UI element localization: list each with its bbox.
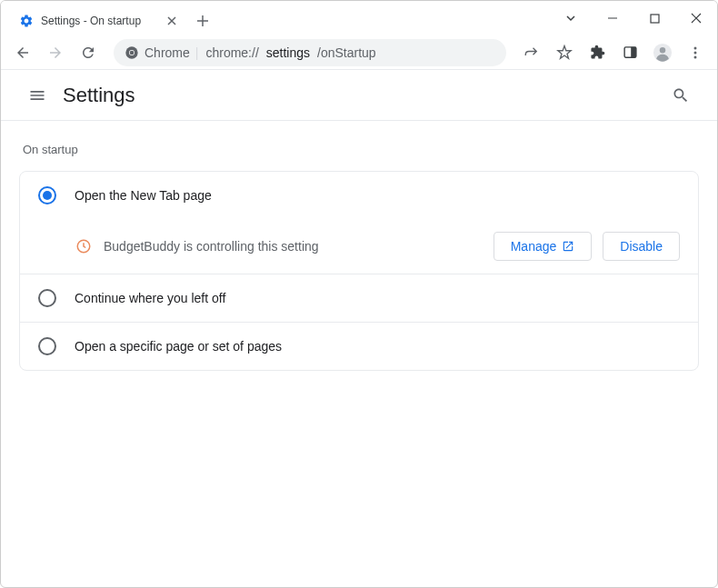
browser-toolbar: Chrome | chrome://settings/onStartup (1, 35, 717, 70)
maximize-button[interactable] (633, 1, 675, 35)
new-tab-button[interactable] (190, 6, 215, 35)
window-titlebar: Settings - On startup (1, 1, 717, 35)
section-title: On startup (23, 143, 699, 156)
profile-icon[interactable] (648, 38, 677, 67)
close-icon[interactable] (165, 14, 179, 28)
controlled-by-extension-row: BudgetBuddy is controlling this setting … (20, 219, 698, 274)
settings-content: On startup Open the New Tab page BudgetB… (1, 121, 717, 393)
option-label: Continue where you left off (75, 291, 225, 305)
reload-button[interactable] (74, 38, 103, 67)
extensions-icon[interactable] (583, 38, 612, 67)
url-host: chrome:// (205, 45, 258, 60)
radio-selected[interactable] (38, 186, 56, 204)
svg-point-9 (694, 51, 697, 54)
page-title: Settings (63, 84, 135, 107)
sidepanel-icon[interactable] (615, 38, 644, 67)
settings-header: Settings (1, 70, 717, 121)
option-label: Open the New Tab page (75, 188, 212, 203)
radio-unselected[interactable] (38, 289, 56, 307)
search-button[interactable] (663, 77, 699, 114)
manage-button[interactable]: Manage (494, 232, 593, 261)
menu-icon[interactable] (681, 38, 710, 67)
minimize-button[interactable] (592, 1, 633, 35)
back-button[interactable] (8, 38, 37, 67)
tab-title: Settings - On startup (41, 15, 157, 27)
hamburger-menu-button[interactable] (19, 77, 55, 114)
url-path1: settings (266, 45, 310, 60)
svg-point-10 (694, 55, 697, 58)
site-info[interactable]: Chrome | (125, 45, 198, 60)
close-window-button[interactable] (675, 1, 717, 35)
option-continue[interactable]: Continue where you left off (20, 274, 698, 323)
chevron-down-icon[interactable] (550, 1, 592, 35)
browser-tab[interactable]: Settings - On startup (8, 6, 190, 35)
share-icon[interactable] (517, 38, 546, 67)
external-link-icon (562, 240, 574, 253)
option-specific-pages[interactable]: Open a specific page or set of pages (20, 323, 698, 370)
chrome-icon (125, 45, 139, 60)
gear-icon (19, 14, 34, 28)
protocol-label: Chrome (145, 45, 190, 60)
svg-point-8 (694, 46, 697, 49)
bookmark-icon[interactable] (550, 38, 579, 67)
radio-unselected[interactable] (38, 337, 56, 355)
address-bar[interactable]: Chrome | chrome://settings/onStartup (114, 39, 506, 66)
option-label: Open a specific page or set of pages (75, 339, 282, 354)
forward-button[interactable] (41, 38, 70, 67)
svg-rect-5 (631, 47, 636, 57)
svg-point-3 (130, 50, 135, 55)
extension-icon (75, 237, 93, 255)
option-new-tab[interactable]: Open the New Tab page (20, 172, 698, 219)
disable-button[interactable]: Disable (603, 232, 680, 261)
svg-point-7 (660, 47, 665, 53)
url-path2: /onStartup (317, 45, 376, 60)
window-controls (550, 1, 717, 35)
controlled-text: BudgetBuddy is controlling this setting (104, 239, 483, 254)
svg-rect-0 (651, 15, 659, 23)
disable-label: Disable (620, 239, 663, 254)
startup-card: Open the New Tab page BudgetBuddy is con… (19, 171, 699, 371)
manage-label: Manage (511, 239, 557, 254)
